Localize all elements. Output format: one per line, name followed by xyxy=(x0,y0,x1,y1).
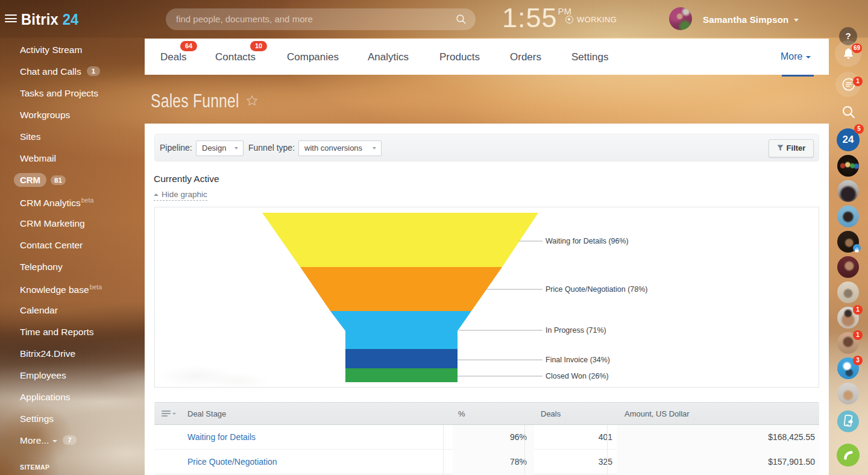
svg-text:Final Invoice (34%): Final Invoice (34%) xyxy=(546,356,610,364)
svg-text:In Progress (71%): In Progress (71%) xyxy=(546,326,606,335)
svg-text:Price Quote/Negotiation (78%): Price Quote/Negotiation (78%) xyxy=(546,285,648,294)
svg-text:Closed Won (26%): Closed Won (26%) xyxy=(546,372,609,380)
svg-text:Waiting for Details (96%): Waiting for Details (96%) xyxy=(546,237,629,245)
